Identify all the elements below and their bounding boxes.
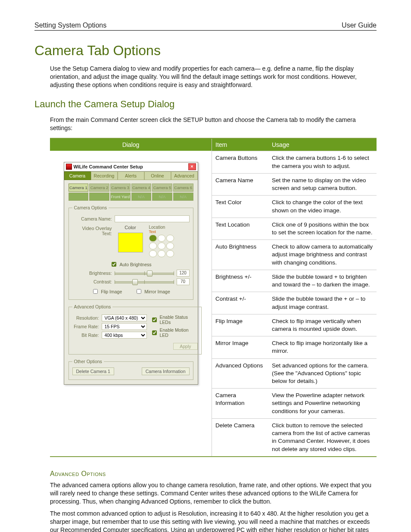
mirror-image-checkbox[interactable] [137, 289, 141, 294]
camera-button-6[interactable]: Camera 6 [173, 184, 193, 192]
setup-dialog: WiLife Command Center Setup × Camera Rec… [64, 162, 198, 385]
other-options-group: Other Options Delete Camera 1 Camera Inf… [68, 359, 193, 380]
intro-paragraph: Use the Setup Camera dialog to view and … [50, 65, 377, 89]
window-title: WiLife Command Center Setup [74, 164, 143, 169]
table-row: Camera ButtonsClick the camera buttons 1… [212, 151, 377, 173]
page-title: Camera Tab Options [34, 43, 377, 59]
table-row: Flip ImageCheck to flip image vertically… [212, 314, 377, 336]
camera-name-label: Camera Name: [72, 216, 112, 221]
camera-button-2[interactable]: Camera 2 [89, 184, 109, 192]
app-icon [66, 164, 72, 170]
advanced-options-group: Advanced Options Resolution: VGA (640 x … [68, 304, 202, 355]
table-row: Delete CameraClick button to remove the … [212, 418, 377, 456]
table-row: Camera NameSet the name to display on th… [212, 173, 377, 195]
camera-sub-1 [68, 193, 89, 201]
advanced-options-heading: Advanced Options [50, 470, 377, 478]
camera-sub-4: N/A [131, 193, 152, 201]
camera-button-1[interactable]: Camera 1 [68, 184, 89, 192]
camera-button-3[interactable]: Camera 3 [110, 184, 131, 192]
color-swatch[interactable] [118, 233, 143, 252]
brightness-label: Brightness: [72, 271, 112, 276]
tab-advanced[interactable]: Advanced [171, 171, 198, 180]
tab-online[interactable]: Online [144, 171, 171, 180]
camera-information-button[interactable]: Camera Information [142, 367, 190, 375]
camera-button-4[interactable]: Camera 4 [131, 184, 152, 192]
table-row: Mirror ImageCheck to flip image horizont… [212, 336, 377, 358]
close-icon[interactable]: × [188, 163, 196, 170]
flip-image-checkbox[interactable] [93, 289, 98, 294]
apply-button[interactable]: Apply [173, 343, 197, 350]
camera-options-group: Camera Options Camera Name: Video Overla… [68, 205, 193, 300]
subintro: From the main Command Center screen clic… [50, 116, 377, 132]
contrast-slider[interactable] [115, 279, 174, 285]
header-left: Setting System Options [34, 22, 106, 29]
col-header-usage: Usage [268, 139, 377, 151]
tab-recording[interactable]: Recording [91, 171, 118, 180]
table-row: Auto BrightnessCheck to allow camera to … [212, 240, 377, 270]
col-header-item: Item [212, 139, 268, 151]
options-table: Camera ButtonsClick the camera buttons 1… [212, 151, 377, 456]
bit-rate-select[interactable]: 400 kbps [102, 332, 147, 339]
camera-sub-6: N/A [173, 193, 193, 201]
page-header: Setting System Options User Guide [34, 22, 377, 31]
color-label: Color [125, 225, 136, 230]
auto-brightness-checkbox[interactable] [112, 262, 116, 267]
contrast-value: 70 [177, 278, 190, 285]
enable-status-leds-checkbox[interactable] [152, 317, 157, 322]
video-overlay-label: Video Overlay Text: [72, 225, 112, 236]
contrast-label: Contrast: [72, 279, 112, 284]
camera-button-5[interactable]: Camera 5 [152, 184, 172, 192]
header-right: User Guide [342, 22, 377, 29]
location-grid[interactable] [149, 235, 179, 257]
tab-alerts[interactable]: Alerts [118, 171, 144, 180]
col-header-dialog: Dialog [50, 139, 212, 151]
table-row: Contrast +/-Slide the bubble toward the … [212, 292, 377, 314]
frame-rate-select[interactable]: 15 FPS [102, 323, 147, 330]
brightness-value: 120 [177, 270, 190, 277]
table-row: Camera InformationView the Powerline ada… [212, 389, 377, 419]
brightness-slider[interactable] [115, 270, 174, 276]
camera-sub-2 [89, 193, 109, 201]
text-sample: Text [149, 230, 179, 234]
resolution-select[interactable]: VGA (640 x 480) [102, 314, 147, 321]
advanced-para-1: The advanced camera options allow you to… [50, 481, 377, 506]
enable-motion-led-checkbox[interactable] [152, 330, 157, 335]
camera-sub-3: Front Yard [110, 193, 131, 201]
table-row: Advanced OptionsSet advanced options for… [212, 358, 377, 389]
section-subtitle: Launch the Camera Setup Dialog [34, 99, 377, 110]
advanced-para-2: The most common advanced option to adjus… [50, 510, 377, 532]
table-row: Brightness +/-Slide the bubble toward + … [212, 270, 377, 292]
dialog-tabs: Camera Recording Alerts Online Advanced [64, 171, 198, 180]
camera-name-input[interactable] [115, 215, 190, 222]
table-row: Text LocationClick one of 9 positions wi… [212, 218, 377, 240]
tab-camera[interactable]: Camera [64, 171, 91, 180]
location-label: Location [149, 225, 165, 230]
delete-camera-button[interactable]: Delete Camera 1 [72, 367, 114, 375]
camera-sub-5: N/A [152, 193, 172, 201]
table-row: Text ColorClick to change the color of t… [212, 196, 377, 218]
